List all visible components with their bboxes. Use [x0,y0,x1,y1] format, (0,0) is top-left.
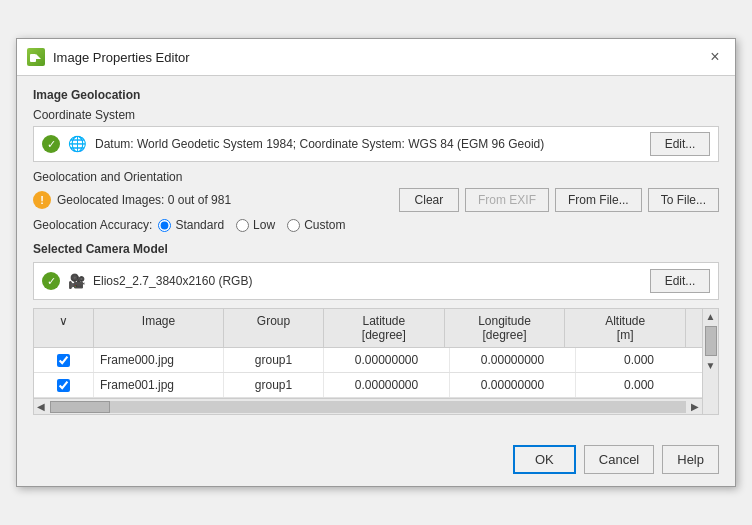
sort-icon: ∨ [59,314,68,328]
col-group-label: Group [257,314,290,328]
row1-enabled[interactable] [34,373,94,397]
accuracy-low-label: Low [253,218,275,232]
vertical-scrollbar[interactable]: ▲ ▼ [702,309,718,414]
title-bar-left: Image Properties Editor [27,48,190,66]
row0-group: group1 [224,348,324,372]
row0-image: Frame000.jpg [94,348,224,372]
row0-latitude: 0.00000000 [324,348,450,372]
app-icon [27,48,45,66]
geolocation-row: ! Geolocated Images: 0 out of 981 Clear … [33,188,719,212]
section-camera: Selected Camera Model [33,242,719,256]
col-header-altitude: Altitude[m] [565,309,686,347]
svg-rect-0 [30,54,36,62]
hscroll-left-arrow[interactable]: ◀ [34,401,48,412]
accuracy-row: Geolocation Accuracy: Standard Low Custo… [33,218,719,232]
title-bar: Image Properties Editor × [17,39,735,76]
accuracy-custom[interactable]: Custom [287,218,345,232]
to-file-button[interactable]: To File... [648,188,719,212]
accuracy-custom-label: Custom [304,218,345,232]
help-button[interactable]: Help [662,445,719,474]
warning-icon: ! [33,191,51,209]
radio-custom[interactable] [287,219,300,232]
accuracy-standard[interactable]: Standard [158,218,224,232]
dialog-window: Image Properties Editor × Image Geolocat… [16,38,736,487]
camera-section: ✓ 🎥 Elios2_2.7_3840x2160 (RGB) Edit... [33,262,719,300]
hscroll-right-arrow[interactable]: ▶ [688,401,702,412]
subsection-geoloc: Geolocation and Orientation [33,170,719,184]
accuracy-label: Geolocation Accuracy: [33,218,152,232]
subsection-coordinate: Coordinate System [33,108,719,122]
dialog-footer: OK Cancel Help [17,437,735,486]
checkbox-row0[interactable] [57,354,70,367]
content-area: Image Geolocation Coordinate System ✓ 🌐 … [17,76,735,437]
dialog-title: Image Properties Editor [53,50,190,65]
geolocation-status: Geolocated Images: 0 out of 981 [57,193,393,207]
table-row: Frame000.jpg group1 0.00000000 0.0000000… [34,348,702,373]
vscroll-thumb[interactable] [705,326,717,356]
from-file-button[interactable]: From File... [555,188,642,212]
col-header-latitude: Latitude[degree] [324,309,445,347]
row1-group: group1 [224,373,324,397]
row0-altitude: 0.000 [576,348,702,372]
row1-longitude: 0.00000000 [450,373,576,397]
coordinate-text: Datum: World Geodetic System 1984; Coord… [95,137,642,151]
section-image-geolocation: Image Geolocation [33,88,719,102]
svg-marker-1 [36,54,41,59]
row1-image: Frame001.jpg [94,373,224,397]
table-row: Frame001.jpg group1 0.00000000 0.0000000… [34,373,702,398]
col-header-group: Group [224,309,324,347]
accuracy-low[interactable]: Low [236,218,275,232]
vscroll-down-arrow[interactable]: ▼ [704,358,718,373]
table-header: ∨ Image Group Latitude[degree] Longitude [34,309,702,348]
camera-icon: 🎥 [68,273,85,289]
close-button[interactable]: × [705,47,725,67]
hscroll-track[interactable] [50,401,686,413]
checkbox-row1[interactable] [57,379,70,392]
col-header-scroll [686,309,702,347]
col-header-image: Image [94,309,224,347]
col-image-label: Image [142,314,175,328]
camera-edit-button[interactable]: Edit... [650,269,710,293]
image-table: ∨ Image Group Latitude[degree] Longitude [33,308,719,415]
hscroll-thumb[interactable] [50,401,110,413]
col-header-longitude: Longitude[degree] [445,309,566,347]
coordinate-system-row: ✓ 🌐 Datum: World Geodetic System 1984; C… [33,126,719,162]
vscroll-up-arrow[interactable]: ▲ [704,309,718,324]
camera-row: ✓ 🎥 Elios2_2.7_3840x2160 (RGB) Edit... [42,269,710,293]
cancel-button[interactable]: Cancel [584,445,654,474]
accuracy-standard-label: Standard [175,218,224,232]
row1-latitude: 0.00000000 [324,373,450,397]
radio-standard[interactable] [158,219,171,232]
radio-low[interactable] [236,219,249,232]
check-icon: ✓ [42,135,60,153]
ok-button[interactable]: OK [513,445,576,474]
camera-model-text: Elios2_2.7_3840x2160 (RGB) [93,274,642,288]
globe-icon: 🌐 [68,135,87,153]
clear-button[interactable]: Clear [399,188,459,212]
table-wrapper: ∨ Image Group Latitude[degree] Longitude [34,309,718,414]
col-header-sort: ∨ [34,309,94,347]
camera-check-icon: ✓ [42,272,60,290]
horizontal-scrollbar[interactable]: ◀ ▶ [34,398,702,414]
table-inner: ∨ Image Group Latitude[degree] Longitude [34,309,702,414]
from-exif-button[interactable]: From EXIF [465,188,549,212]
row0-enabled[interactable] [34,348,94,372]
row0-longitude: 0.00000000 [450,348,576,372]
accuracy-radio-group: Standard Low Custom [158,218,345,232]
coordinate-edit-button[interactable]: Edit... [650,132,710,156]
row1-altitude: 0.000 [576,373,702,397]
